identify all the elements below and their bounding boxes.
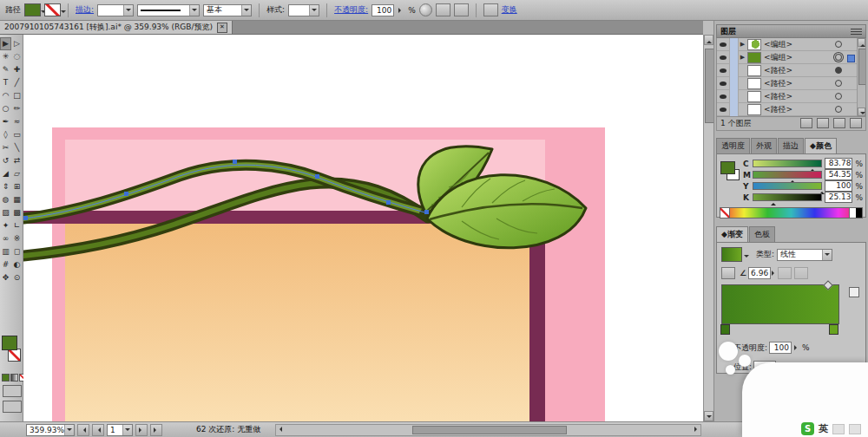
last-page-button[interactable] — [150, 424, 162, 436]
close-icon[interactable]: ✕ — [217, 23, 227, 33]
line-segment-tool[interactable]: ╱ — [11, 76, 23, 89]
layer-thumbnail[interactable] — [747, 39, 761, 50]
opacity-link[interactable]: 不透明度: — [334, 4, 368, 16]
eyedropper-tool[interactable]: ✦ — [0, 219, 11, 232]
canvas[interactable] — [23, 35, 703, 421]
chevron-down-icon[interactable] — [123, 5, 133, 16]
panel-tab[interactable]: 色板 — [749, 226, 775, 242]
spinner-icon[interactable] — [793, 342, 800, 353]
color-spectrum-bar[interactable] — [720, 207, 863, 218]
slider-marker-icon[interactable] — [771, 200, 776, 205]
layer-thumbnail[interactable] — [747, 104, 761, 115]
visibility-eye-icon[interactable] — [717, 38, 730, 51]
panel-tab[interactable]: 描边 — [778, 138, 804, 153]
panel-tab[interactable]: 外观 — [751, 138, 777, 153]
target-icon[interactable] — [835, 106, 842, 113]
arc-tool[interactable]: ◠ — [0, 89, 11, 102]
fill-color-swatch[interactable] — [24, 3, 41, 16]
gradient-side-swatch[interactable] — [849, 287, 859, 297]
scroll-up-icon[interactable] — [704, 35, 713, 45]
target-icon[interactable] — [835, 67, 842, 74]
free-transform-tool[interactable]: ⊞ — [11, 180, 23, 193]
fill-proxy-swatch[interactable] — [720, 161, 735, 174]
chevron-down-icon[interactable] — [122, 425, 132, 435]
layer-row[interactable]: ▶ <编组> — [717, 51, 865, 64]
chevron-down-icon[interactable] — [189, 5, 199, 16]
layer-thumbnail[interactable] — [747, 78, 761, 89]
magic-wand-tool[interactable]: ✳ — [0, 50, 11, 63]
ime-logo-icon[interactable]: S — [801, 422, 814, 435]
align-icon[interactable] — [483, 3, 498, 16]
scroll-down-icon[interactable] — [858, 108, 865, 116]
perspective-grid-tool[interactable]: ▦ — [11, 193, 23, 206]
panel-tab[interactable]: 透明度 — [716, 138, 750, 153]
ime-language-label[interactable]: 英 — [819, 422, 828, 435]
gradient-tool[interactable]: ▩ — [11, 206, 23, 219]
channel-value-input[interactable]: 25.13 — [825, 192, 852, 203]
lasso-tool[interactable]: ◌ — [11, 50, 23, 63]
stroke-proxy-swatch[interactable] — [8, 349, 21, 362]
scissors-tool[interactable]: ✂ — [0, 141, 11, 154]
stroke-panel-link[interactable]: 描边: — [76, 4, 94, 16]
hand-tool[interactable]: ✥ — [0, 271, 11, 284]
channel-slider[interactable] — [753, 193, 822, 201]
fill-stroke-proxy[interactable] — [720, 161, 741, 196]
target-icon[interactable] — [835, 93, 842, 100]
new-layer-icon[interactable] — [833, 118, 845, 128]
blend-tool[interactable]: ∞ — [0, 232, 11, 245]
layer-row[interactable]: <路径> — [717, 103, 865, 116]
horizontal-scrollbar[interactable] — [275, 424, 701, 436]
layers-panel-header[interactable]: 图层 — [716, 24, 866, 38]
channel-value-input[interactable]: 100 — [825, 180, 852, 192]
panel-menu-icon[interactable] — [851, 29, 862, 36]
transform-link[interactable]: 变换 — [502, 4, 517, 16]
new-sublayer-icon[interactable] — [817, 118, 829, 128]
eraser-tool[interactable]: ▭ — [11, 128, 23, 141]
previous-page-button[interactable] — [92, 424, 104, 436]
zoom-level-combo[interactable]: 359.93% — [26, 424, 75, 436]
add-anchor-point-tool[interactable]: ✚ — [11, 63, 23, 76]
first-page-button[interactable] — [77, 424, 89, 436]
rotate-tool[interactable]: ↺ — [0, 154, 11, 167]
layer-thumbnail[interactable] — [747, 65, 761, 76]
layer-row[interactable]: ▶ <编组> — [717, 38, 865, 51]
smooth-tool[interactable]: ≈ — [11, 115, 23, 128]
style-combo[interactable] — [288, 4, 319, 16]
layer-thumbnail[interactable] — [747, 91, 761, 102]
reverse-gradient-icon[interactable] — [721, 267, 735, 279]
visibility-eye-icon[interactable] — [717, 64, 730, 77]
gradient-fill-swatch[interactable] — [721, 247, 742, 262]
target-icon[interactable] — [835, 41, 842, 48]
opacity-input[interactable]: 100 — [372, 4, 394, 16]
layers-scrollbar[interactable] — [857, 38, 865, 116]
preferences-icon[interactable] — [454, 3, 469, 16]
paintbrush-tool[interactable]: ✏ — [11, 102, 23, 115]
none-swatch[interactable] — [720, 208, 730, 218]
panel-tab[interactable]: ◆渐变 — [716, 226, 748, 242]
pencil-tool[interactable]: ✒ — [0, 115, 11, 128]
layer-row[interactable]: <路径> — [717, 77, 865, 90]
measure-tool[interactable]: ∟ — [11, 219, 23, 232]
channel-slider[interactable] — [753, 171, 822, 179]
blob-brush-tool[interactable]: ◊ — [0, 128, 11, 141]
slice-tool[interactable]: # — [0, 258, 11, 271]
scrollbar-thumb[interactable] — [858, 49, 866, 85]
expand-arrow-icon[interactable]: ▶ — [739, 41, 746, 48]
chevron-down-icon[interactable] — [241, 5, 251, 16]
color-button[interactable] — [2, 374, 10, 382]
scroll-right-icon[interactable] — [694, 427, 700, 432]
spinner-icon[interactable] — [771, 268, 778, 278]
pen-tool[interactable]: ✎ — [0, 63, 11, 76]
mesh-tool[interactable]: ▨ — [0, 206, 11, 219]
chevron-down-icon[interactable] — [822, 250, 832, 260]
selection-tool[interactable]: ▶ — [0, 37, 11, 50]
fill-stroke-indicator[interactable] — [0, 335, 23, 368]
visibility-eye-icon[interactable] — [717, 51, 730, 64]
target-icon[interactable] — [835, 54, 842, 61]
layer-row[interactable]: <路径> — [717, 64, 865, 77]
target-icon[interactable] — [835, 80, 842, 87]
zoom-tool[interactable]: ⊙ — [11, 271, 23, 284]
channel-slider[interactable] — [753, 160, 822, 167]
channel-value-input[interactable]: 54.35 — [825, 169, 852, 180]
expand-arrow-icon[interactable]: ▶ — [739, 54, 746, 61]
